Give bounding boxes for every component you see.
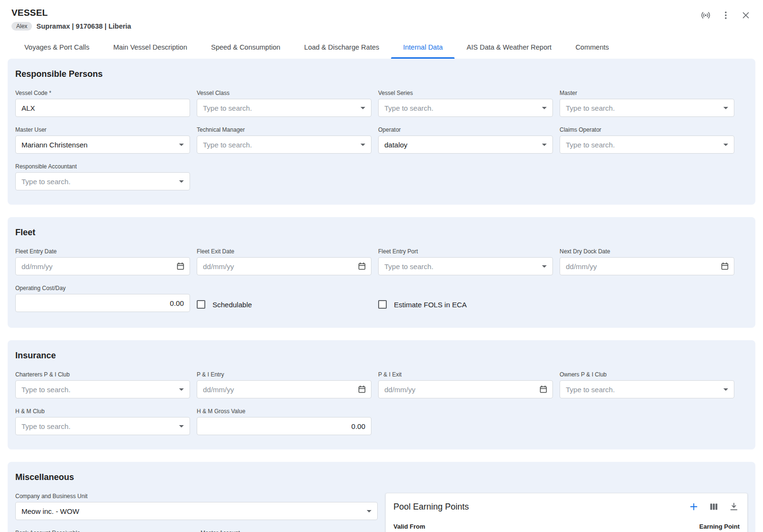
next-dry-dock-date-input[interactable] [560, 258, 734, 275]
hm-gross-value-input[interactable] [197, 417, 371, 435]
estimate-fols-checkbox[interactable] [378, 300, 387, 309]
operator-select[interactable] [378, 136, 553, 154]
section-title: Insurance [15, 351, 748, 361]
chevron-down-icon[interactable] [360, 107, 365, 109]
chevron-down-icon[interactable] [179, 180, 184, 183]
responsible-accountant-select[interactable] [15, 172, 190, 190]
company-business-unit-select[interactable] [15, 502, 378, 520]
vessel-class-input[interactable] [197, 99, 371, 116]
fleet-entry-port-label: Fleet Entry Port [378, 248, 553, 255]
columns-icon[interactable] [708, 501, 720, 512]
calendar-icon[interactable] [358, 385, 366, 394]
master-account-label: Master Account [201, 530, 378, 532]
hm-club-label: H & M Club [15, 408, 190, 415]
calendar-icon[interactable] [358, 262, 366, 271]
claims-operator-select[interactable] [560, 136, 734, 154]
vessel-class-select[interactable] [197, 99, 371, 117]
calendar-icon[interactable] [721, 262, 729, 271]
estimate-fols-label: Estimate FOLS in ECA [394, 301, 467, 309]
vessel-code-label: Vessel Code * [15, 90, 190, 96]
pool-earning-points-title: Pool Earning Points [393, 502, 469, 512]
schedulable-checkbox[interactable] [197, 300, 205, 309]
owners-club-field: Owners P & I Club [560, 371, 734, 398]
operator-field: Operator [378, 126, 553, 154]
chevron-down-icon[interactable] [179, 144, 184, 146]
tab-voyages-port-calls[interactable]: Voyages & Port Calls [12, 36, 101, 59]
technical-manager-input[interactable] [197, 136, 371, 153]
section-responsible-persons: Responsible Persons Vessel Code * Vessel… [8, 59, 755, 205]
calendar-icon[interactable] [539, 385, 548, 394]
vessel-series-input[interactable] [379, 99, 552, 116]
vessel-series-select[interactable] [378, 99, 553, 117]
fleet-entry-port-select[interactable] [378, 257, 553, 275]
column-earning-point: Earning Point [699, 523, 740, 530]
close-icon[interactable] [740, 10, 752, 21]
pi-entry-control[interactable] [197, 380, 371, 398]
chevron-down-icon[interactable] [179, 425, 184, 428]
responsible-accountant-label: Responsible Accountant [15, 163, 190, 170]
pi-entry-field: P & I Entry [197, 371, 371, 398]
charterers-club-select[interactable] [15, 380, 190, 398]
plus-icon[interactable] [688, 501, 699, 512]
claims-operator-input[interactable] [560, 136, 734, 153]
chevron-down-icon[interactable] [367, 510, 371, 512]
fleet-entry-date-input[interactable] [16, 258, 190, 275]
pi-entry-input[interactable] [197, 381, 371, 398]
chevron-down-icon[interactable] [723, 144, 728, 146]
owners-club-input[interactable] [560, 381, 734, 398]
tab-ais-data-weather-report[interactable]: AIS Data & Weather Report [455, 36, 563, 59]
owners-club-select[interactable] [560, 380, 734, 398]
vessel-name-chip: Alex [11, 22, 32, 31]
chevron-down-icon[interactable] [723, 388, 728, 391]
chevron-down-icon[interactable] [542, 144, 547, 146]
calendar-icon[interactable] [176, 262, 185, 271]
chevron-down-icon[interactable] [723, 107, 728, 109]
operating-cost-day-label: Operating Cost/Day [15, 285, 190, 292]
tab-internal-data[interactable]: Internal Data [391, 36, 455, 59]
charterers-club-input[interactable] [16, 381, 190, 398]
operating-cost-day-control[interactable] [15, 294, 190, 312]
hm-gross-value-control[interactable] [197, 417, 371, 435]
chevron-down-icon[interactable] [179, 388, 184, 391]
tab-main-vessel-description[interactable]: Main Vessel Description [101, 36, 199, 59]
charterers-club-field: Charterers P & I Club [15, 371, 190, 398]
pi-exit-input[interactable] [379, 381, 552, 398]
tab-comments[interactable]: Comments [563, 36, 621, 59]
responsible-accountant-input[interactable] [16, 173, 190, 190]
operator-input[interactable] [379, 136, 552, 153]
fleet-entry-port-input[interactable] [379, 258, 552, 275]
fleet-exit-date-control[interactable] [197, 257, 371, 275]
company-business-unit-input[interactable] [16, 502, 377, 520]
fleet-exit-date-input[interactable] [197, 258, 371, 275]
company-business-unit-label: Company and Business Unit [15, 493, 378, 500]
broadcast-icon[interactable] [700, 10, 711, 21]
fleet-entry-date-control[interactable] [15, 257, 190, 275]
vessel-code-control[interactable] [15, 99, 190, 117]
tab-speed-consumption[interactable]: Speed & Consumption [199, 36, 292, 59]
tab-load-discharge-rates[interactable]: Load & Discharge Rates [292, 36, 391, 59]
master-user-field: Master User [15, 126, 190, 154]
hm-club-input[interactable] [16, 417, 190, 435]
next-dry-dock-date-control[interactable] [560, 257, 734, 275]
technical-manager-select[interactable] [197, 136, 371, 154]
page-title: VESSEL [11, 8, 131, 18]
master-user-input[interactable] [16, 136, 190, 153]
chevron-down-icon[interactable] [542, 265, 547, 268]
section-miscellaneous: Miscellaneous Company and Business Unit … [8, 462, 755, 532]
master-select[interactable] [560, 99, 734, 117]
bank-account-receivable-label: Bank Account Receivable [15, 530, 192, 532]
schedulable-field: Schedulable [197, 285, 371, 313]
operating-cost-day-input[interactable] [16, 294, 190, 312]
section-title: Fleet [15, 228, 748, 238]
hm-club-field: H & M Club [15, 408, 190, 435]
pi-exit-control[interactable] [378, 380, 553, 398]
chevron-down-icon[interactable] [542, 107, 547, 109]
kebab-menu-icon[interactable] [720, 10, 731, 21]
fleet-exit-date-field: Fleet Exit Date [197, 248, 371, 275]
vessel-code-input[interactable] [16, 99, 190, 116]
chevron-down-icon[interactable] [360, 144, 365, 146]
hm-club-select[interactable] [15, 417, 190, 435]
download-icon[interactable] [728, 501, 740, 512]
master-input[interactable] [560, 99, 734, 116]
master-user-select[interactable] [15, 136, 190, 154]
